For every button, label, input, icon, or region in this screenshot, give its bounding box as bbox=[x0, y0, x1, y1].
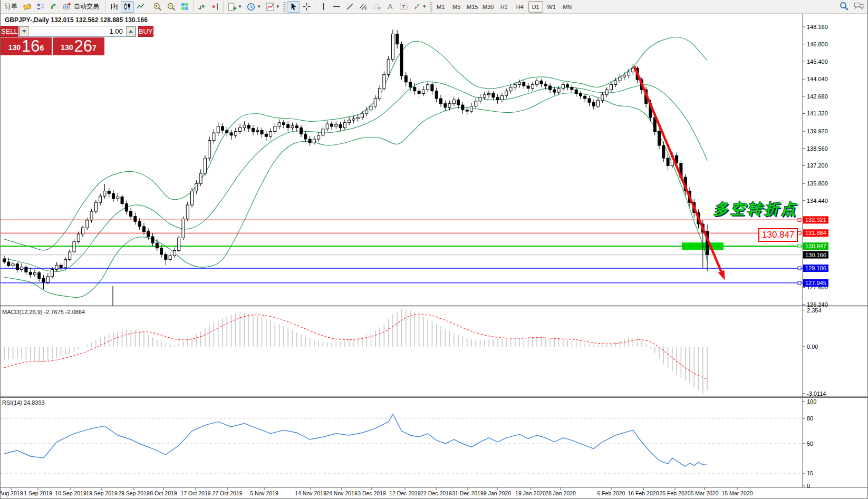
volume-spinner bbox=[19, 26, 136, 37]
date-tick-label: 24 Nov 2019 bbox=[326, 490, 358, 496]
crosshair-tool-icon[interactable] bbox=[300, 1, 313, 13]
date-tick-label: 10 Sep 2019 bbox=[55, 490, 86, 496]
zoom-out-icon[interactable] bbox=[165, 1, 178, 13]
timeframe-w1[interactable]: W1 bbox=[544, 1, 559, 13]
signal-icon[interactable] bbox=[47, 1, 60, 13]
timeframe-m5[interactable]: M5 bbox=[449, 1, 464, 13]
timeframe-h1[interactable]: H1 bbox=[497, 1, 512, 13]
date-tick-label: 15 Mar 2020 bbox=[722, 490, 753, 496]
line-handle-square bbox=[798, 231, 801, 234]
timeframe-m15[interactable]: M15 bbox=[465, 1, 480, 13]
macd-tick-label: -3.0114 bbox=[807, 390, 826, 397]
volume-decrease-button[interactable] bbox=[20, 26, 29, 36]
bollinger-bands bbox=[4, 37, 707, 298]
indicators-icon bbox=[265, 2, 275, 12]
line-handle-square bbox=[798, 281, 801, 285]
price-callout-label[interactable]: 130.847 bbox=[758, 228, 798, 242]
sell-price-display[interactable]: 130166 bbox=[1, 37, 52, 55]
date-tick-label: 19 Sep 2019 bbox=[86, 490, 118, 496]
cursor-tool-icon[interactable] bbox=[287, 1, 300, 13]
rsi-panel: 1008050150 bbox=[1, 398, 816, 489]
chart-shift-icon[interactable] bbox=[208, 1, 221, 13]
new-order-label: 订单 bbox=[5, 2, 17, 11]
chart-title: GBPJPY-,Daily 132.015 132.562 128.885 13… bbox=[5, 16, 148, 24]
line-chart-mode-icon[interactable] bbox=[134, 1, 147, 13]
macd-panel: 2.3540.00-3.0114 bbox=[4, 307, 826, 397]
autotrading-button[interactable]: 自动交易 bbox=[60, 1, 104, 13]
search-icon[interactable] bbox=[839, 1, 849, 11]
indicators-button[interactable]: ▼ bbox=[263, 1, 282, 13]
trendline-tool-icon[interactable] bbox=[343, 1, 356, 13]
date-tick-label: 31 Dec 2019 bbox=[452, 490, 484, 496]
buy-price-integer: 130 bbox=[61, 41, 73, 54]
date-tick-label: 17 Oct 2019 bbox=[180, 490, 210, 496]
chart-canvas[interactable]: 148.160146.800145.400144.040142.680141.3… bbox=[1, 0, 868, 499]
buy-price-display[interactable]: 130267 bbox=[53, 37, 104, 55]
date-tick-label: 16 Feb 2020 bbox=[628, 490, 659, 496]
new-order-button[interactable]: 订单 bbox=[2, 1, 21, 13]
line-handle-square bbox=[798, 218, 801, 221]
candlestick-mode-icon[interactable] bbox=[121, 1, 134, 13]
buy-label: BUY bbox=[139, 27, 153, 35]
order-ticket-icon[interactable] bbox=[21, 1, 34, 13]
price-tick-label: 139.920 bbox=[807, 128, 828, 134]
tile-windows-icon[interactable] bbox=[178, 1, 191, 13]
svg-text:A: A bbox=[388, 3, 393, 11]
zoom-in-icon[interactable] bbox=[151, 1, 165, 13]
text-tool-icon[interactable]: A bbox=[384, 1, 397, 13]
rsi-tick-label: 80 bbox=[807, 415, 813, 422]
macd-indicator-label: MACD(12,26,9) -2.7675 -2.0864 bbox=[2, 309, 85, 315]
date-tick-label: 19 Jan 2020 bbox=[515, 490, 546, 496]
new-chart-icon bbox=[227, 2, 237, 12]
timeframe-bar: M1M5M15M30H1H4D1W1MN bbox=[433, 1, 575, 13]
chevron-down-icon: ▼ bbox=[238, 4, 242, 9]
price-tick-label: 148.160 bbox=[807, 24, 828, 30]
rsi-tick-label: 0 bbox=[807, 483, 810, 489]
red-trend-arrow bbox=[634, 66, 725, 280]
chevron-down-icon: ▼ bbox=[422, 4, 427, 9]
date-tick-label: 22 Dec 2019 bbox=[420, 490, 452, 496]
buy-button[interactable]: BUY bbox=[138, 26, 153, 37]
chevron-down-icon: ▼ bbox=[276, 4, 280, 9]
timeframe-m1[interactable]: M1 bbox=[433, 1, 448, 13]
auto-scroll-icon[interactable] bbox=[195, 1, 208, 13]
price-tick-label: 141.320 bbox=[807, 110, 828, 116]
text-label-tool-icon[interactable]: T bbox=[397, 1, 410, 13]
price-tick-label: 146.800 bbox=[807, 41, 828, 47]
volume-increase-button[interactable] bbox=[126, 26, 136, 36]
market-watch-icon[interactable] bbox=[34, 1, 47, 13]
price-tick-label: 145.400 bbox=[807, 58, 828, 65]
volume-input[interactable] bbox=[29, 26, 126, 36]
new-chart-button[interactable]: ▼ bbox=[225, 1, 244, 13]
date-tick-label: 27 Oct 2019 bbox=[212, 490, 242, 496]
rsi-tick-label: 100 bbox=[807, 398, 816, 405]
timeframe-mn[interactable]: MN bbox=[560, 1, 575, 13]
price-level-badge-label: 129.106 bbox=[805, 265, 826, 271]
horizontal-line-tool-icon[interactable] bbox=[330, 1, 343, 13]
candles bbox=[3, 30, 709, 289]
date-tick-label: 28 Jan 2020 bbox=[545, 490, 576, 496]
date-tick-label: 3 Dec 2019 bbox=[358, 490, 386, 496]
chat-icon[interactable] bbox=[853, 1, 864, 11]
channel-tool-icon[interactable]: E bbox=[356, 1, 370, 13]
date-tick-label: 1 Sep 2019 bbox=[24, 490, 52, 496]
timeframe-h4[interactable]: H4 bbox=[513, 1, 527, 13]
date-tick-label: 8 Oct 2019 bbox=[150, 490, 177, 496]
autotrading-label: 自动交易 bbox=[71, 2, 102, 11]
date-tick-label: 29 Sep 2019 bbox=[118, 490, 150, 496]
timeframe-m30[interactable]: M30 bbox=[481, 1, 496, 13]
application-window: 订单 自动交易 bbox=[0, 0, 868, 499]
vertical-line-tool-icon[interactable] bbox=[317, 1, 330, 13]
profiles-button[interactable]: ▼ bbox=[244, 1, 263, 13]
date-tick-label: 5 Mar 2020 bbox=[690, 490, 718, 496]
timeframe-d1[interactable]: D1 bbox=[528, 1, 543, 13]
sell-button[interactable]: SELL bbox=[1, 26, 18, 37]
autotrading-robot-icon bbox=[62, 2, 71, 11]
price-tick-label: 142.680 bbox=[807, 93, 828, 100]
fibonacci-tool-icon[interactable]: F bbox=[370, 1, 384, 13]
arrows-tool-button[interactable]: ▼ bbox=[410, 1, 429, 13]
date-tick-label: 9 Jan 2020 bbox=[484, 490, 511, 496]
bar-chart-mode-icon[interactable] bbox=[108, 1, 121, 13]
price-level-badge-label: 132.921 bbox=[805, 217, 826, 223]
price-level-badge-label: 130.166 bbox=[805, 252, 826, 258]
